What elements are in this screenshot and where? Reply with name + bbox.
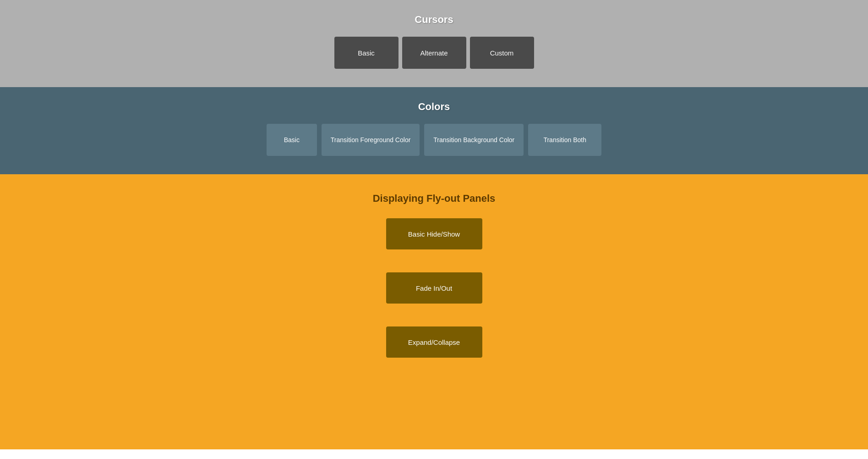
- cursor-custom-button[interactable]: Custom: [470, 37, 534, 69]
- flyout-fade-in-out-button[interactable]: Fade In/Out: [386, 272, 482, 304]
- color-transition-fg-button[interactable]: Transition Foreground Color: [322, 124, 420, 156]
- colors-buttons-row: Basic Transition Foreground Color Transi…: [267, 124, 601, 156]
- color-transition-bg-button[interactable]: Transition Background Color: [424, 124, 524, 156]
- cursors-section: Cursors Basic Alternate Custom: [0, 0, 868, 87]
- color-basic-button[interactable]: Basic: [267, 124, 317, 156]
- flyout-title: Displaying Fly-out Panels: [373, 193, 496, 205]
- flyout-expand-collapse-button[interactable]: Expand/Collapse: [386, 326, 482, 358]
- cursors-buttons-row: Basic Alternate Custom: [334, 37, 534, 69]
- cursor-basic-button[interactable]: Basic: [334, 37, 399, 69]
- color-transition-both-button[interactable]: Transition Both: [528, 124, 601, 156]
- colors-title: Colors: [418, 101, 450, 113]
- cursors-title: Cursors: [415, 14, 453, 26]
- flyout-buttons-col: Basic Hide/Show Fade In/Out Expand/Colla…: [9, 218, 859, 381]
- colors-section: Colors Basic Transition Foreground Color…: [0, 87, 868, 174]
- flyout-section: Displaying Fly-out Panels Basic Hide/Sho…: [0, 174, 868, 449]
- cursor-alternate-button[interactable]: Alternate: [402, 37, 466, 69]
- flyout-basic-hide-show-button[interactable]: Basic Hide/Show: [386, 218, 482, 249]
